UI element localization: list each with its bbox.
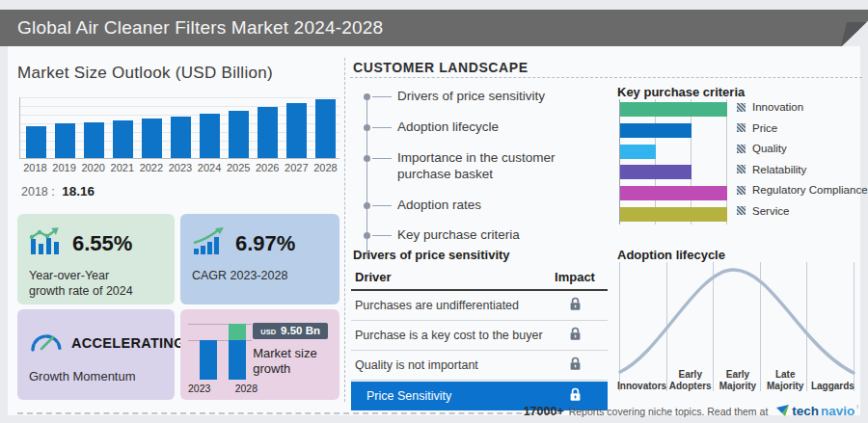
adoption-stage-label: EarlyMajority xyxy=(714,369,761,391)
market-size-bar xyxy=(286,103,307,158)
cagr-label: CAGR 2023-2028 xyxy=(192,268,328,283)
customer-landscape-item: Key purchase criteria xyxy=(353,227,594,244)
bar-trend-icon xyxy=(29,227,64,260)
momentum-card: ACCELERATING Growth Momentum xyxy=(17,309,175,400)
driver-label: Purchase is a key cost to the buyer xyxy=(355,329,543,342)
market-size-bar xyxy=(84,122,104,158)
ribbon-fold xyxy=(841,22,868,46)
momentum-label: Growth Momentum xyxy=(29,369,163,383)
adoption-stage-label: Innovators xyxy=(617,369,666,391)
lock-icon xyxy=(546,327,604,344)
footer: 17000+ Reports covering niche topics. Re… xyxy=(524,404,858,418)
price-sensitivity-row[interactable]: Purchases are undifferentiated xyxy=(351,291,608,321)
market-size-year-labels: 2018201920202021202220232024202520262027… xyxy=(19,162,339,173)
legend-swatch-icon xyxy=(737,145,746,153)
title-bar: Global Air Cleaner Filters Market 2024-2… xyxy=(0,10,868,46)
technavio-logo: technavio I xyxy=(776,404,858,418)
price-sensitivity-row[interactable]: Purchase is a key cost to the buyer xyxy=(351,321,608,351)
technavio-arrow-icon xyxy=(776,405,790,417)
customer-landscape-title: CUSTOMER LANDSCAPE xyxy=(353,60,529,75)
bell-curve xyxy=(617,262,856,378)
legend-swatch-icon xyxy=(737,165,746,173)
table-header: Driver Impact xyxy=(351,268,608,291)
market-size-title: Market Size Outlook (USD Billion) xyxy=(17,64,273,83)
yoy-value: 6.55% xyxy=(72,231,132,256)
legend-swatch-icon xyxy=(737,123,746,132)
customer-landscape-item: Importance in the customer purchase bask… xyxy=(353,150,594,183)
adoption-lifecycle-title: Adoption lifecycle xyxy=(617,248,725,262)
driver-label: Price Sensitivity xyxy=(366,389,451,403)
market-size-bar xyxy=(26,126,46,158)
adoption-stage-label: Laggards xyxy=(809,369,856,391)
yoy-label: Year-over-Year growth rate of 2024 xyxy=(29,268,163,300)
growth-label: Market size growth xyxy=(253,346,328,378)
legend-item: Regulatory Compliance xyxy=(737,184,868,196)
price-sensitivity-table: Driver Impact Purchases are undifferenti… xyxy=(351,268,608,410)
cagr-card: 6.97% CAGR 2023-2028 xyxy=(180,214,339,304)
adoption-stage-labels: InnovatorsEarlyAdoptersEarlyMajorityLate… xyxy=(617,369,856,391)
badge-currency: USD xyxy=(260,328,276,336)
base-year-number: 18.16 xyxy=(62,184,95,198)
legend-swatch-icon xyxy=(737,103,746,112)
growth-mini-years: 20232028 xyxy=(188,383,258,394)
impact-column-header: Impact xyxy=(546,270,604,284)
customer-landscape-item: Adoption rates xyxy=(353,198,594,214)
market-size-bar xyxy=(229,111,249,158)
price-sensitivity-title: Drivers of price sensitivity xyxy=(353,248,510,262)
criteria-bar xyxy=(620,102,727,117)
legend-item: Relatability xyxy=(737,164,868,175)
market-size-bar xyxy=(171,117,191,158)
market-size-bar xyxy=(113,120,133,158)
adoption-lifecycle-chart xyxy=(617,262,856,378)
trademark-mark: I xyxy=(856,404,858,410)
key-purchase-criteria-title: Key purchase criteria xyxy=(617,85,745,99)
customer-landscape-rule xyxy=(350,77,862,78)
driver-label: Quality is not important xyxy=(355,358,478,372)
legend-item: Innovation xyxy=(737,101,868,113)
criteria-bar xyxy=(620,165,692,179)
lock-icon xyxy=(546,387,604,405)
key-purchase-criteria-legend: InnovationPriceQualityRelatabilityRegula… xyxy=(737,101,868,225)
market-size-bar xyxy=(142,119,162,158)
adoption-stage-label: EarlyAdopters xyxy=(666,369,714,391)
footer-rule xyxy=(17,412,560,414)
growth-mini-chart: 20232028 xyxy=(192,319,243,394)
criteria-bar xyxy=(620,186,727,200)
criteria-bar xyxy=(620,207,727,222)
customer-landscape-item: Drivers of price sensitivity xyxy=(353,89,594,105)
report-count: 17000+ xyxy=(524,405,564,418)
ascending-bars-icon xyxy=(192,227,227,260)
page-title: Global Air Cleaner Filters Market 2024-2… xyxy=(0,17,383,39)
criteria-bar xyxy=(620,145,656,159)
legend-item: Service xyxy=(737,205,868,217)
market-growth-card: 20232028 USD 9.50 Bn Market size growth xyxy=(180,309,339,400)
yoy-growth-card: 6.55% Year-over-Year growth rate of 2024 xyxy=(17,214,175,304)
legend-swatch-icon xyxy=(737,186,746,195)
price-sensitivity-row[interactable]: Quality is not important xyxy=(351,351,608,381)
cagr-value: 6.97% xyxy=(235,231,295,256)
customer-landscape-list: Drivers of price sensitivityAdoption lif… xyxy=(353,89,594,258)
section-divider xyxy=(344,58,345,402)
market-size-bar-chart xyxy=(19,97,339,159)
base-year-value: 2018 : 18.16 xyxy=(21,184,95,198)
criteria-bar xyxy=(620,123,692,138)
market-size-bar xyxy=(200,114,220,158)
speedometer-icon xyxy=(29,329,64,357)
key-purchase-criteria-chart xyxy=(619,99,727,225)
market-size-bar xyxy=(315,99,336,158)
base-year-label: 2018 xyxy=(21,185,48,198)
market-size-bar xyxy=(258,107,278,158)
legend-swatch-icon xyxy=(737,206,746,215)
legend-item: Price xyxy=(737,122,868,134)
market-size-bar xyxy=(55,123,75,158)
lock-icon xyxy=(546,297,604,314)
badge-value: 9.50 Bn xyxy=(281,325,320,336)
customer-landscape-item: Adoption lifecycle xyxy=(353,119,594,136)
legend-item: Quality xyxy=(737,143,868,154)
adoption-stage-label: LateMajority xyxy=(762,369,809,391)
driver-column-header: Driver xyxy=(355,270,392,284)
driver-label: Purchases are undifferentiated xyxy=(355,299,519,312)
lock-icon xyxy=(546,357,604,374)
momentum-value: ACCELERATING xyxy=(71,335,185,351)
growth-badge: USD 9.50 Bn xyxy=(253,323,328,339)
